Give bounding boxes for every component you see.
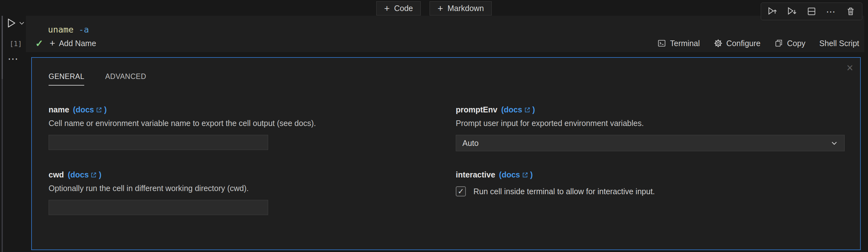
run-cell-button[interactable]: [5, 17, 18, 29]
cell-focus-indicator-top: [2, 16, 3, 79]
add-name-label: Add Name: [59, 39, 96, 48]
gear-icon: [714, 39, 722, 48]
code-editor[interactable]: uname -a: [26, 16, 864, 34]
external-link-icon: [96, 107, 102, 113]
run-options-chevron[interactable]: [18, 20, 25, 28]
terminal-icon: [657, 39, 666, 48]
cwd-docs-link[interactable]: (docs ): [68, 170, 101, 179]
field-cwd: cwd (docs ) Optionally run the cell in d…: [49, 170, 456, 215]
split-cell-button[interactable]: [803, 4, 820, 18]
cwd-label: cwd: [49, 170, 64, 179]
language-label: Shell Script: [819, 39, 859, 48]
cell-toolbar: ⋯: [761, 2, 862, 20]
cwd-description: Optionally run the cell in different wor…: [49, 184, 456, 193]
promptenv-docs-link[interactable]: (docs ): [501, 105, 535, 114]
promptenv-selected-value: Auto: [462, 139, 478, 148]
close-panel-button[interactable]: ×: [846, 62, 853, 74]
language-picker[interactable]: Shell Script: [819, 39, 859, 48]
execute-below-icon: [786, 6, 797, 17]
terminal-button[interactable]: Terminal: [657, 39, 700, 48]
execute-above-icon: [767, 6, 778, 17]
add-code-cell-button[interactable]: + Code: [376, 1, 421, 16]
execution-count: [1]: [7, 40, 25, 48]
cell-more-button[interactable]: ⋯: [7, 56, 19, 62]
more-actions-button[interactable]: ⋯: [823, 4, 839, 18]
code-argument: -a: [79, 25, 89, 34]
cwd-input[interactable]: [49, 200, 268, 215]
promptenv-select[interactable]: Auto: [456, 135, 845, 151]
split-cell-icon: [806, 6, 816, 17]
field-promptenv: promptEnv (docs ) Prompt user input for …: [456, 105, 845, 151]
cell-configure-panel: × GENERAL ADVANCED name (docs ): [31, 57, 861, 250]
more-actions-icon: ⋯: [826, 9, 836, 14]
plus-icon: +: [50, 38, 55, 48]
configure-button[interactable]: Configure: [714, 39, 761, 48]
name-docs-link[interactable]: (docs ): [73, 105, 106, 114]
promptenv-label: promptEnv: [456, 105, 497, 114]
promptenv-description: Prompt user input for exported environme…: [456, 119, 845, 128]
name-input[interactable]: [49, 135, 268, 150]
panel-tabs: GENERAL ADVANCED: [49, 72, 860, 86]
interactive-docs-link[interactable]: (docs ): [499, 170, 533, 179]
add-markdown-label: Markdown: [447, 4, 484, 13]
code-command: uname: [48, 25, 73, 34]
cell-statusbar: ✓ + Add Name Terminal Configure: [26, 36, 864, 50]
copy-icon: [774, 39, 783, 48]
code-cell: uname -a ✓ + Add Name Terminal: [26, 16, 864, 52]
field-interactive: interactive (docs ) ✓ Run cell inside te…: [456, 170, 845, 215]
plus-icon: +: [437, 4, 443, 13]
add-name-button[interactable]: + Add Name: [50, 38, 96, 48]
add-markdown-cell-button[interactable]: + Markdown: [430, 1, 492, 16]
delete-cell-button[interactable]: [842, 4, 859, 18]
terminal-label: Terminal: [670, 39, 700, 48]
plus-icon: +: [384, 4, 390, 13]
trash-icon: [846, 6, 856, 17]
external-link-icon: [524, 107, 530, 113]
interactive-checkbox-label: Run cell inside terminal to allow for in…: [473, 187, 655, 196]
copy-button[interactable]: Copy: [774, 39, 805, 48]
add-code-label: Code: [394, 4, 413, 13]
chevron-down-icon: [831, 139, 838, 147]
field-name: name (docs ) Cell name or environment va…: [49, 105, 456, 151]
interactive-label: interactive: [456, 170, 495, 179]
tab-general[interactable]: GENERAL: [49, 72, 84, 86]
execute-above-button[interactable]: [764, 4, 781, 18]
notebook-toolbar: + Code + Markdown: [0, 0, 868, 16]
interactive-checkbox[interactable]: ✓: [456, 186, 466, 196]
tab-advanced[interactable]: ADVANCED: [105, 72, 146, 86]
execute-below-button[interactable]: [784, 4, 800, 18]
configure-label: Configure: [726, 39, 761, 48]
external-link-icon: [522, 172, 528, 178]
success-check-icon: ✓: [35, 38, 43, 49]
external-link-icon: [91, 172, 97, 178]
chevron-down-icon: [18, 20, 25, 27]
name-label: name: [49, 105, 69, 114]
copy-label: Copy: [787, 39, 805, 48]
name-description: Cell name or environment variable name t…: [49, 119, 456, 128]
play-icon: [5, 17, 17, 29]
